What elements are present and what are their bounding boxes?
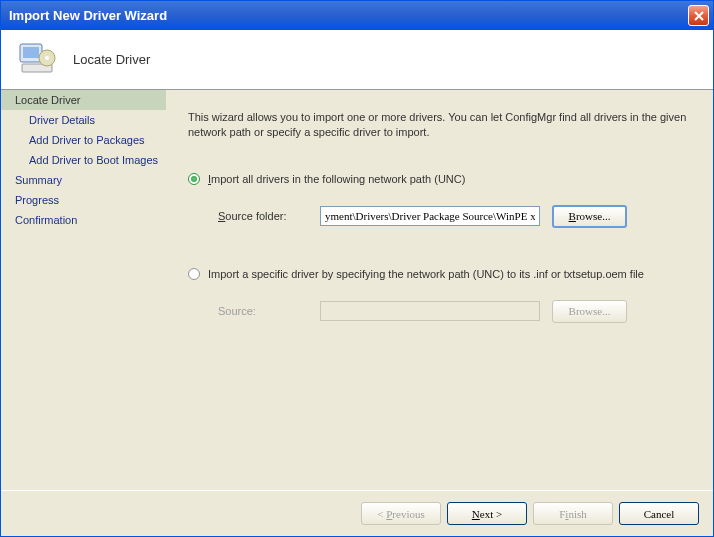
titlebar[interactable]: Import New Driver Wizard [1,1,713,30]
nav-add-to-boot-images[interactable]: Add Driver to Boot Images [1,150,166,170]
computer-cd-icon [17,40,57,80]
finish-button: Finish [533,502,613,525]
radio-import-all-label: Import all drivers in the following netw… [208,173,465,185]
next-button[interactable]: Next > [447,502,527,525]
content-panel: This wizard allows you to import one or … [166,90,713,519]
option-import-all[interactable]: Import all drivers in the following netw… [188,173,691,185]
svg-point-4 [45,56,49,60]
nav-summary[interactable]: Summary [1,170,166,190]
radio-import-all[interactable] [188,173,200,185]
nav-add-to-packages[interactable]: Add Driver to Packages [1,130,166,150]
wizard-description: This wizard allows you to import one or … [188,110,691,141]
wizard-body: Locate Driver Driver Details Add Driver … [1,90,713,519]
previous-button: < Previous [361,502,441,525]
nav-progress[interactable]: Progress [1,190,166,210]
close-button[interactable] [688,5,709,26]
source-folder-label: Source folder: [218,210,308,222]
sidebar: Locate Driver Driver Details Add Driver … [1,90,166,519]
window-title: Import New Driver Wizard [9,8,167,23]
wizard-header: Locate Driver [1,30,713,90]
wizard-window: Import New Driver Wizard Locate Driver L… [0,0,714,537]
browse-source-button: Browse... [552,300,627,323]
option-import-specific[interactable]: Import a specific driver by specifying t… [188,268,691,280]
header-title: Locate Driver [73,52,150,67]
source-input [320,301,540,321]
titlebar-buttons [688,5,709,26]
source-label: Source: [218,305,308,317]
source-folder-row: Source folder: Browse... [218,205,691,228]
radio-import-specific[interactable] [188,268,200,280]
nav-confirmation[interactable]: Confirmation [1,210,166,230]
source-row: Source: Browse... [218,300,691,323]
browse-source-folder-button[interactable]: Browse... [552,205,627,228]
nav-locate-driver[interactable]: Locate Driver [1,90,166,110]
source-folder-input[interactable] [320,206,540,226]
radio-import-specific-label: Import a specific driver by specifying t… [208,268,644,280]
wizard-footer: < Previous Next > Finish Cancel [1,490,713,536]
cancel-button[interactable]: Cancel [619,502,699,525]
nav-driver-details[interactable]: Driver Details [1,110,166,130]
svg-rect-1 [23,47,39,58]
